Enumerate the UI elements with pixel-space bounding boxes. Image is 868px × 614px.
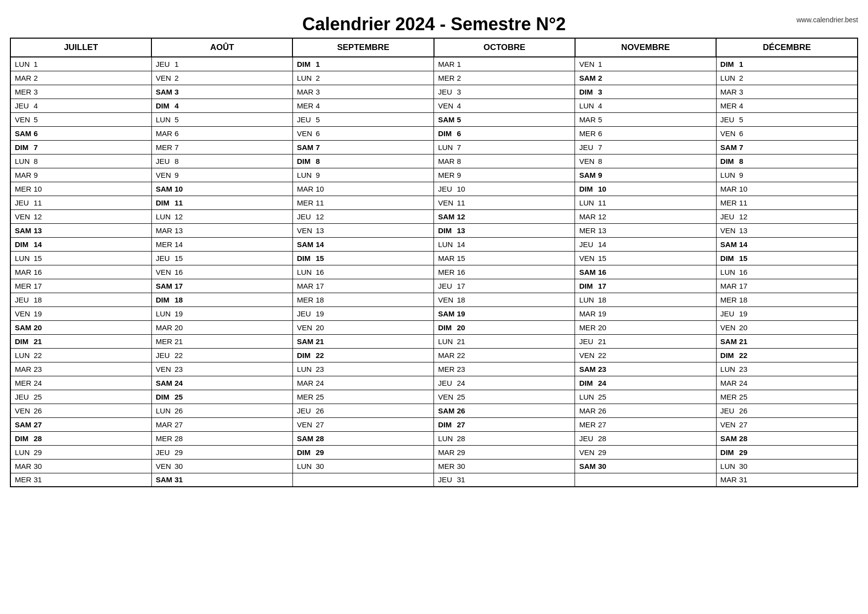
day-name: MAR [15, 74, 34, 82]
day-name: DIM [297, 254, 316, 262]
table-row: LUN22JEU22DIM22MAR22VEN22DIM22 [10, 348, 858, 362]
list-item: SAM28 [716, 431, 858, 445]
list-item: MER17 [10, 279, 151, 293]
day-number: 18 [457, 296, 465, 304]
table-row: MER3SAM3MAR3JEU3DIM3MAR3 [10, 85, 858, 99]
day-name: VEN [297, 226, 316, 235]
day-number: 23 [457, 365, 465, 373]
day-number: 24 [739, 379, 748, 387]
day-name: JEU [579, 240, 598, 249]
day-name: VEN [438, 102, 457, 110]
day-number: 8 [316, 157, 320, 165]
day-name: DIM [721, 60, 739, 68]
list-item: DIM22 [716, 348, 858, 362]
day-number: 15 [34, 254, 42, 262]
day-number: 24 [175, 379, 183, 387]
day-number: 15 [457, 254, 465, 262]
header-juillet: JUILLET [10, 38, 151, 57]
day-name: MER [579, 226, 598, 235]
day-name: LUN [156, 115, 175, 124]
day-number: 1 [739, 60, 743, 68]
list-item: VEN22 [575, 348, 716, 362]
day-name: VEN [297, 129, 316, 138]
list-item: MER25 [292, 390, 434, 404]
day-name: MAR [438, 60, 457, 68]
day-name: MAR [15, 365, 34, 373]
list-item: JEU17 [434, 279, 575, 293]
day-name: LUN [156, 309, 175, 318]
list-item: JEU15 [151, 251, 292, 265]
list-item: MAR3 [716, 85, 858, 99]
list-item: SAM14 [716, 237, 858, 251]
day-name: SAM [156, 88, 175, 96]
day-name: DIM [297, 157, 316, 165]
day-name: MAR [156, 226, 175, 235]
day-number: 11 [34, 199, 42, 207]
list-item: JEU26 [292, 404, 434, 417]
day-number: 9 [34, 171, 38, 179]
list-item: JEU10 [434, 182, 575, 196]
day-name: SAM [721, 434, 739, 443]
header-novembre: NOVEMBRE [575, 38, 716, 57]
table-row: VEN26LUN26JEU26SAM26MAR26JEU26 [10, 404, 858, 417]
list-item: MAR17 [292, 279, 434, 293]
day-name: LUN [15, 157, 34, 165]
day-name: DIM [15, 240, 34, 249]
day-number: 6 [316, 129, 320, 138]
list-item: VEN20 [716, 320, 858, 334]
list-item: MER25 [716, 390, 858, 404]
day-number: 14 [34, 240, 42, 249]
day-number: 17 [175, 282, 183, 290]
list-item: SAM31 [151, 473, 292, 487]
list-item: LUN15 [10, 251, 151, 265]
day-name: MER [579, 129, 598, 138]
day-name: DIM [438, 226, 457, 235]
day-number: 13 [739, 226, 748, 235]
day-number: 19 [34, 309, 42, 318]
list-item: LUN7 [434, 140, 575, 154]
day-name: MAR [297, 88, 316, 96]
day-name: DIM [579, 185, 598, 193]
day-number: 11 [316, 199, 324, 207]
day-name: MER [156, 337, 175, 346]
day-number: 27 [175, 420, 183, 429]
list-item: VEN12 [10, 209, 151, 223]
day-name: MER [721, 393, 739, 401]
list-item: MAR16 [10, 265, 151, 279]
day-number: 20 [739, 323, 748, 332]
day-name: JEU [579, 143, 598, 152]
day-number: 18 [316, 296, 324, 304]
list-item: LUN22 [10, 348, 151, 362]
day-name: SAM [15, 226, 34, 235]
day-name: DIM [156, 199, 175, 207]
day-name: SAM [721, 337, 739, 346]
list-item: SAM10 [151, 182, 292, 196]
day-name: VEN [15, 115, 34, 124]
list-item: DIM24 [575, 376, 716, 390]
day-number: 4 [316, 102, 320, 110]
list-item: MAR2 [10, 71, 151, 85]
day-name: MAR [438, 254, 457, 262]
day-name: SAM [579, 462, 598, 470]
list-item: SAM3 [151, 85, 292, 99]
list-item: DIM15 [716, 251, 858, 265]
day-number: 31 [739, 475, 748, 484]
day-number: 19 [739, 309, 748, 318]
table-row: SAM6MAR6VEN6DIM6MER6VEN6 [10, 126, 858, 140]
day-number: 7 [739, 143, 743, 152]
day-name: JEU [156, 254, 175, 262]
list-item: DIM17 [575, 279, 716, 293]
day-name: VEN [579, 157, 598, 165]
day-name: VEN [579, 60, 598, 68]
day-name: MER [721, 296, 739, 304]
day-number: 3 [457, 88, 461, 96]
list-item: JEU21 [575, 334, 716, 348]
table-row: SAM27MAR27VEN27DIM27MER27VEN27 [10, 417, 858, 431]
day-number: 23 [598, 365, 606, 373]
day-name: DIM [156, 296, 175, 304]
table-row: JEU18DIM18MER18VEN18LUN18MER18 [10, 293, 858, 307]
list-item: LUN30 [716, 459, 858, 473]
list-item: LUN4 [575, 99, 716, 112]
day-name: JEU [579, 434, 598, 443]
day-name: VEN [721, 129, 739, 138]
